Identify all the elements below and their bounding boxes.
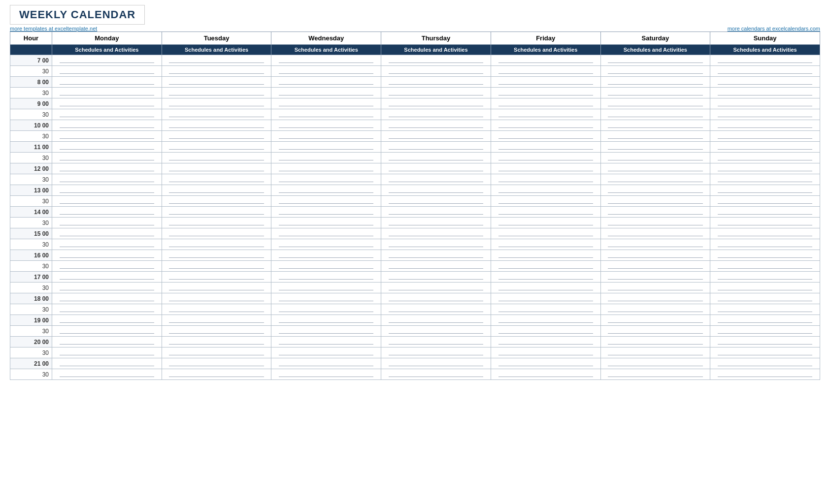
activity-cell[interactable]: [271, 120, 381, 131]
activity-cell[interactable]: [381, 347, 491, 358]
activity-cell[interactable]: [52, 55, 162, 66]
activity-cell[interactable]: [600, 163, 710, 174]
activity-cell[interactable]: [491, 55, 600, 66]
activity-cell[interactable]: [381, 185, 491, 196]
activity-cell[interactable]: [600, 218, 710, 228]
activity-cell[interactable]: [491, 174, 600, 185]
activity-cell[interactable]: [381, 88, 491, 98]
activity-cell[interactable]: [52, 185, 162, 196]
activity-cell[interactable]: [381, 326, 491, 337]
activity-cell[interactable]: [491, 153, 600, 163]
activity-cell[interactable]: [52, 228, 162, 239]
activity-cell[interactable]: [600, 55, 710, 66]
activity-cell[interactable]: [710, 347, 820, 358]
activity-cell[interactable]: [162, 326, 271, 337]
activity-cell[interactable]: [162, 185, 271, 196]
activity-cell[interactable]: [710, 142, 820, 153]
activity-cell[interactable]: [710, 109, 820, 120]
activity-cell[interactable]: [600, 228, 710, 239]
activity-cell[interactable]: [710, 315, 820, 326]
activity-cell[interactable]: [381, 369, 491, 380]
activity-cell[interactable]: [381, 337, 491, 347]
activity-cell[interactable]: [381, 250, 491, 261]
activity-cell[interactable]: [271, 239, 381, 250]
activity-cell[interactable]: [710, 98, 820, 109]
activity-cell[interactable]: [162, 250, 271, 261]
activity-cell[interactable]: [600, 304, 710, 315]
activity-cell[interactable]: [52, 272, 162, 283]
activity-cell[interactable]: [271, 250, 381, 261]
activity-cell[interactable]: [381, 131, 491, 142]
activity-cell[interactable]: [162, 109, 271, 120]
activity-cell[interactable]: [162, 293, 271, 304]
activity-cell[interactable]: [600, 358, 710, 369]
activity-cell[interactable]: [271, 66, 381, 77]
link-left[interactable]: more templates at exceltemplate.net: [10, 26, 97, 32]
activity-cell[interactable]: [52, 142, 162, 153]
activity-cell[interactable]: [162, 304, 271, 315]
activity-cell[interactable]: [162, 218, 271, 228]
activity-cell[interactable]: [710, 207, 820, 218]
activity-cell[interactable]: [271, 207, 381, 218]
activity-cell[interactable]: [710, 55, 820, 66]
activity-cell[interactable]: [600, 153, 710, 163]
activity-cell[interactable]: [271, 228, 381, 239]
activity-cell[interactable]: [491, 185, 600, 196]
activity-cell[interactable]: [600, 347, 710, 358]
activity-cell[interactable]: [52, 77, 162, 88]
activity-cell[interactable]: [271, 347, 381, 358]
activity-cell[interactable]: [52, 250, 162, 261]
activity-cell[interactable]: [52, 358, 162, 369]
activity-cell[interactable]: [710, 196, 820, 207]
activity-cell[interactable]: [162, 228, 271, 239]
activity-cell[interactable]: [491, 228, 600, 239]
activity-cell[interactable]: [271, 109, 381, 120]
activity-cell[interactable]: [162, 337, 271, 347]
activity-cell[interactable]: [381, 293, 491, 304]
activity-cell[interactable]: [381, 196, 491, 207]
activity-cell[interactable]: [381, 153, 491, 163]
activity-cell[interactable]: [491, 98, 600, 109]
activity-cell[interactable]: [600, 207, 710, 218]
activity-cell[interactable]: [52, 315, 162, 326]
activity-cell[interactable]: [52, 109, 162, 120]
activity-cell[interactable]: [710, 218, 820, 228]
activity-cell[interactable]: [600, 88, 710, 98]
activity-cell[interactable]: [600, 131, 710, 142]
activity-cell[interactable]: [271, 358, 381, 369]
activity-cell[interactable]: [271, 218, 381, 228]
activity-cell[interactable]: [381, 207, 491, 218]
activity-cell[interactable]: [600, 98, 710, 109]
activity-cell[interactable]: [162, 98, 271, 109]
activity-cell[interactable]: [491, 109, 600, 120]
activity-cell[interactable]: [600, 120, 710, 131]
activity-cell[interactable]: [710, 272, 820, 283]
activity-cell[interactable]: [491, 207, 600, 218]
activity-cell[interactable]: [162, 55, 271, 66]
activity-cell[interactable]: [600, 283, 710, 293]
activity-cell[interactable]: [162, 272, 271, 283]
activity-cell[interactable]: [162, 153, 271, 163]
activity-cell[interactable]: [491, 326, 600, 337]
activity-cell[interactable]: [271, 261, 381, 272]
activity-cell[interactable]: [600, 196, 710, 207]
activity-cell[interactable]: [52, 283, 162, 293]
activity-cell[interactable]: [162, 142, 271, 153]
activity-cell[interactable]: [52, 304, 162, 315]
activity-cell[interactable]: [710, 66, 820, 77]
activity-cell[interactable]: [162, 174, 271, 185]
activity-cell[interactable]: [52, 120, 162, 131]
activity-cell[interactable]: [381, 304, 491, 315]
activity-cell[interactable]: [710, 163, 820, 174]
activity-cell[interactable]: [381, 174, 491, 185]
activity-cell[interactable]: [162, 315, 271, 326]
activity-cell[interactable]: [52, 239, 162, 250]
activity-cell[interactable]: [52, 293, 162, 304]
activity-cell[interactable]: [710, 250, 820, 261]
activity-cell[interactable]: [600, 109, 710, 120]
activity-cell[interactable]: [271, 55, 381, 66]
activity-cell[interactable]: [381, 55, 491, 66]
activity-cell[interactable]: [52, 207, 162, 218]
activity-cell[interactable]: [600, 315, 710, 326]
activity-cell[interactable]: [710, 185, 820, 196]
